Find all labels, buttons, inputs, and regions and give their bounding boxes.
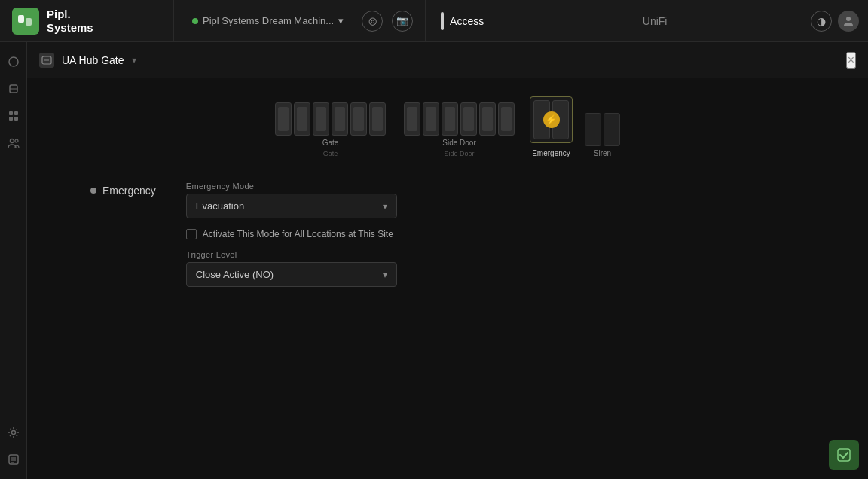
gate-card-inner-6	[372, 107, 383, 131]
emergency-text: Emergency	[102, 185, 156, 197]
trigger-level-select[interactable]: Close Active (NO) ▾	[186, 262, 397, 287]
emergency-mode-group: Emergency Mode Evacuation ▾	[186, 182, 397, 218]
emergency-mode-label: Emergency Mode	[186, 182, 397, 191]
sidedoor-card-3[interactable]	[442, 102, 458, 136]
sidebar-icon-access[interactable]	[3, 78, 24, 99]
trigger-level-value: Close Active (NO)	[196, 269, 274, 280]
bottom-right-button[interactable]	[829, 440, 859, 470]
top-right: ◑	[811, 11, 868, 32]
sidedoor-device-group: Side Door Side Door	[404, 102, 515, 157]
svg-rect-0	[18, 15, 24, 23]
sidedoor-card-5[interactable]	[479, 102, 496, 136]
sidebar-icon-users[interactable]	[3, 133, 24, 154]
svg-rect-6	[9, 111, 13, 115]
user-avatar[interactable]	[838, 11, 859, 32]
gate-card-4[interactable]	[332, 102, 348, 136]
access-tab[interactable]: Access	[425, 0, 499, 41]
svg-rect-9	[14, 117, 18, 121]
svg-rect-1	[26, 18, 32, 26]
checkbox-row: Activate This Mode for All Locations at …	[186, 229, 397, 240]
sub-header-title: UA Hub Gate	[62, 54, 124, 66]
gate-card-3[interactable]	[313, 102, 329, 136]
emergency-mode-chevron-icon: ▾	[383, 201, 387, 212]
sub-header-chevron-icon: ▾	[132, 55, 136, 66]
siren-label: Siren	[594, 149, 611, 157]
sidedoor-card-2[interactable]	[423, 102, 439, 136]
svg-point-12	[11, 431, 15, 435]
site-selector[interactable]: Pipl Systems Dream Machin... ▾	[186, 12, 350, 29]
contrast-button[interactable]: ◑	[811, 11, 832, 32]
svg-rect-7	[14, 111, 18, 115]
access-bar-icon	[441, 12, 444, 30]
sidedoor-card-inner-2	[426, 107, 436, 131]
emergency-device-group: ⚡ Emergency	[530, 96, 573, 157]
gate-card-2[interactable]	[294, 102, 310, 136]
sidebar-icon-home[interactable]	[3, 51, 24, 72]
sidedoor-label: Side Door	[442, 139, 475, 147]
trigger-level-label: Trigger Level	[186, 250, 397, 259]
access-label: Access	[450, 15, 484, 27]
sidedoor-card-inner-5	[482, 107, 493, 131]
sidebar-icon-logs[interactable]	[3, 449, 24, 470]
logo-text: Pipl. Systems	[47, 8, 93, 35]
emergency-mode-value: Evacuation	[196, 200, 244, 212]
gate-card-6[interactable]	[369, 102, 386, 136]
svg-point-3	[9, 57, 18, 66]
siren-cards	[585, 113, 620, 146]
activate-checkbox-label: Activate This Mode for All Locations at …	[203, 229, 393, 240]
sub-header: UA Hub Gate ▾ ×	[27, 42, 868, 78]
emergency-mode-select[interactable]: Evacuation ▾	[186, 194, 397, 218]
gate-cards	[275, 102, 386, 136]
unifi-center: UniFi	[499, 15, 811, 27]
close-button[interactable]: ×	[846, 52, 856, 69]
panel-content: Emergency Emergency Mode Evacuation ▾ Ac…	[90, 182, 850, 287]
emergency-label: Emergency	[532, 149, 570, 157]
form-section: Emergency Mode Evacuation ▾ Activate Thi…	[186, 182, 397, 287]
svg-rect-8	[9, 117, 13, 121]
logo-icon	[12, 8, 39, 35]
svg-point-10	[10, 139, 14, 143]
siren-device-group: Siren	[585, 113, 620, 157]
activate-checkbox-group: Activate This Mode for All Locations at …	[186, 229, 397, 240]
sidedoor-card-inner-4	[463, 107, 474, 131]
gate-device-group: Gate Gate	[275, 102, 386, 157]
logo-area: Pipl. Systems	[0, 8, 173, 35]
gate-card-5[interactable]	[350, 102, 367, 136]
target-icon[interactable]: ◎	[362, 11, 383, 32]
sidedoor-card-inner-6	[501, 107, 512, 131]
gate-sublabel: Gate	[323, 150, 338, 157]
trigger-level-chevron-icon: ▾	[383, 270, 387, 280]
gate-card-inner-1	[278, 107, 289, 131]
gate-card-inner-5	[353, 107, 364, 131]
sidedoor-card-4[interactable]	[460, 102, 477, 136]
gate-label: Gate	[322, 139, 339, 147]
trigger-level-group: Trigger Level Close Active (NO) ▾	[186, 250, 397, 287]
sidebar-icon-settings[interactable]	[3, 422, 24, 443]
nav-icons: ◎ 📷	[362, 11, 413, 32]
device-icon	[39, 53, 54, 68]
activate-checkbox[interactable]	[186, 229, 197, 240]
sidedoor-card-1[interactable]	[404, 102, 420, 136]
site-name: Pipl Systems Dream Machin...	[203, 15, 334, 26]
gate-card-inner-2	[297, 107, 307, 131]
sidedoor-card-inner-1	[407, 107, 417, 131]
emergency-card-highlighted[interactable]: ⚡	[530, 96, 573, 143]
emergency-status-dot	[90, 188, 96, 194]
site-status-dot	[192, 18, 198, 24]
site-chevron-icon: ▾	[338, 15, 344, 26]
gate-card-1[interactable]	[275, 102, 292, 136]
camera-icon[interactable]: 📷	[392, 11, 413, 32]
main-content: Gate Gate	[27, 78, 868, 479]
sidedoor-card-inner-3	[445, 107, 455, 131]
sidebar	[0, 42, 27, 479]
nav-section: Pipl Systems Dream Machin... ▾ ◎ 📷	[173, 0, 425, 41]
gate-card-inner-3	[316, 107, 326, 131]
sidebar-icon-grid[interactable]	[3, 105, 24, 127]
siren-card-1[interactable]	[585, 113, 601, 146]
sidedoor-card-6[interactable]	[498, 102, 515, 136]
emergency-label-section: Emergency	[90, 185, 156, 197]
siren-card-2[interactable]	[604, 113, 620, 146]
unifi-label: UniFi	[643, 15, 668, 27]
gate-card-inner-4	[335, 107, 345, 131]
top-bar: Pipl. Systems Pipl Systems Dream Machin.…	[0, 0, 868, 42]
